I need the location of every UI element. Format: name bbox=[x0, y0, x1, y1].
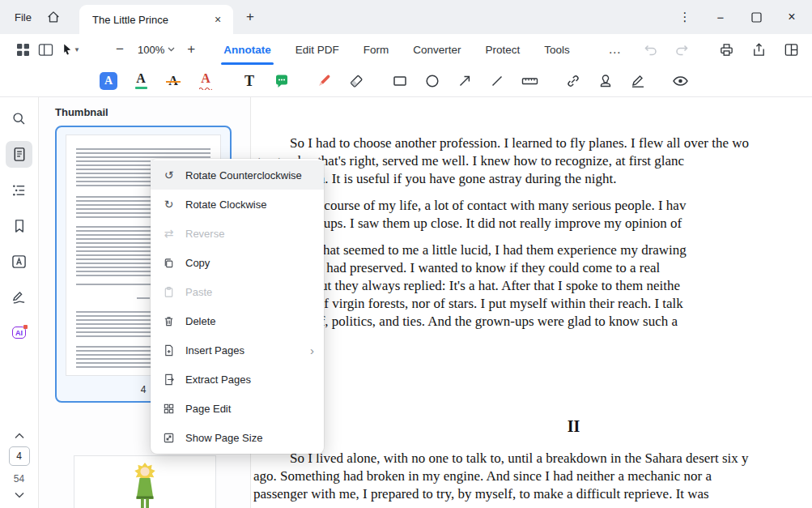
kebab-menu-button[interactable]: ⋮ bbox=[673, 0, 697, 34]
menu-item-extract-pages[interactable]: Extract Pages bbox=[151, 365, 324, 394]
underline-tool-button[interactable]: A bbox=[130, 70, 152, 92]
maximize-button[interactable] bbox=[744, 0, 768, 34]
pencil-tool-button[interactable] bbox=[312, 70, 335, 92]
eraser-tool-button[interactable] bbox=[345, 70, 368, 92]
menu-item-paste: Paste bbox=[151, 277, 324, 306]
tab-form[interactable]: Form bbox=[363, 34, 389, 65]
stamp-tool-button[interactable] bbox=[594, 70, 617, 92]
insert-pages-icon bbox=[162, 344, 176, 356]
zoom-in-button[interactable]: + bbox=[180, 38, 202, 61]
highlight-icon: A bbox=[100, 72, 117, 90]
strikethrough-tool-button[interactable]: A bbox=[162, 70, 185, 92]
rectangle-tool-button[interactable] bbox=[389, 70, 411, 92]
cursor-icon bbox=[61, 43, 73, 56]
main-toolbar: ▼ − 100% + Annotate Edit PDF Form Conver… bbox=[0, 34, 812, 65]
menu-item-label: Rotate Clockwise bbox=[185, 199, 314, 211]
export-icon bbox=[751, 42, 767, 58]
menu-item-show-page-size[interactable]: Show Page Size bbox=[151, 423, 324, 452]
document-text-line: rictors, nor of virgin forests, nor of s… bbox=[251, 295, 812, 313]
document-text-line: So I lived alone, with no one to talk to… bbox=[251, 450, 812, 467]
outline-panel-button[interactable] bbox=[6, 177, 32, 203]
ellipse-tool-button[interactable] bbox=[421, 70, 444, 92]
menu-item-page-edit[interactable]: Page Edit bbox=[151, 394, 324, 423]
copy-icon bbox=[162, 257, 176, 269]
menu-item-rotate-clockwise[interactable]: ↻ Rotate Clockwise bbox=[151, 190, 324, 219]
eye-icon bbox=[672, 73, 689, 89]
home-button[interactable] bbox=[41, 5, 66, 29]
export-button[interactable] bbox=[747, 38, 770, 61]
menu-item-rotate-counterclockwise[interactable]: ↺ Rotate Counterclockwise bbox=[151, 160, 324, 190]
menu-item-label: Extract Pages bbox=[185, 374, 314, 386]
tab-annotate[interactable]: Annotate bbox=[223, 34, 271, 65]
document-text-line: er 1, which I had preserved. I wanted to… bbox=[251, 259, 812, 277]
document-text-line: n I met one that seemed to me a little l… bbox=[251, 241, 812, 259]
comment-bubble-icon bbox=[274, 73, 290, 89]
rotate-cw-icon: ↻ bbox=[162, 198, 176, 211]
minimize-button[interactable]: − bbox=[708, 0, 733, 34]
quick-tools-button[interactable] bbox=[11, 38, 34, 61]
home-icon bbox=[46, 10, 61, 24]
current-page-input[interactable]: 4 bbox=[9, 446, 30, 466]
line-icon bbox=[489, 73, 505, 89]
search-icon bbox=[11, 111, 27, 126]
show-annotations-button[interactable] bbox=[669, 70, 691, 92]
paste-icon bbox=[162, 286, 176, 298]
menu-item-delete[interactable]: Delete bbox=[151, 306, 324, 335]
circle-icon bbox=[424, 73, 440, 89]
highlight-tool-button[interactable]: A bbox=[97, 70, 120, 92]
comment-tool-button[interactable] bbox=[270, 70, 293, 92]
menu-item-label: Insert Pages bbox=[185, 344, 300, 356]
little-prince-illustration bbox=[124, 461, 166, 508]
zoom-dropdown-button[interactable] bbox=[168, 47, 175, 52]
tab-protect[interactable]: Protect bbox=[486, 34, 521, 65]
menu-item-label: Delete bbox=[185, 315, 314, 327]
undo-button[interactable] bbox=[640, 38, 662, 61]
menu-item-insert-pages[interactable]: Insert Pages › bbox=[151, 335, 324, 365]
chevron-up-icon[interactable] bbox=[15, 433, 24, 439]
text-comment-tool-button[interactable]: T bbox=[238, 70, 261, 92]
panel-toggle-button[interactable] bbox=[34, 38, 57, 61]
chevron-down-icon[interactable] bbox=[15, 492, 24, 498]
new-tab-button[interactable]: + bbox=[240, 7, 260, 27]
link-tool-button[interactable] bbox=[562, 70, 585, 92]
signature-tool-button[interactable] bbox=[627, 70, 649, 92]
document-tab[interactable]: The Little Prince × bbox=[79, 5, 233, 34]
menu-item-label: Reverse bbox=[185, 228, 314, 240]
zoom-level[interactable]: 100% bbox=[138, 44, 164, 56]
page-thumbnail-next[interactable] bbox=[74, 456, 215, 508]
thumbnail-panel-button[interactable] bbox=[6, 141, 32, 168]
toolbar-right-group bbox=[715, 38, 812, 61]
thumbnail-context-menu: ↺ Rotate Counterclockwise ↻ Rotate Clock… bbox=[151, 159, 324, 454]
line-tool-button[interactable] bbox=[486, 70, 508, 92]
ai-panel-button[interactable]: AI bbox=[6, 319, 32, 346]
document-text-line: rstanding. But they always replied: It's… bbox=[251, 277, 812, 295]
search-button[interactable] bbox=[6, 105, 32, 132]
squiggly-tool-button[interactable]: A bbox=[194, 70, 217, 92]
document-text-line: passenger with me, I prepared to try, by… bbox=[251, 485, 812, 503]
tab-edit-pdf[interactable]: Edit PDF bbox=[295, 34, 339, 65]
window-close-button[interactable]: × bbox=[780, 0, 804, 34]
left-icon-rail: AI 4 54 bbox=[0, 97, 39, 508]
file-menu[interactable]: File bbox=[0, 11, 41, 23]
stamp-icon bbox=[597, 73, 614, 89]
menu-item-label: Show Page Size bbox=[185, 432, 314, 444]
signature-icon bbox=[11, 290, 27, 305]
annotation-panel-button[interactable] bbox=[6, 248, 32, 275]
arrow-tool-button[interactable] bbox=[453, 70, 476, 92]
more-tabs-button[interactable]: … bbox=[604, 38, 627, 61]
tab-tools[interactable]: Tools bbox=[544, 34, 570, 65]
measure-tool-button[interactable] bbox=[518, 70, 541, 92]
page-layout-button[interactable] bbox=[780, 38, 802, 61]
select-tool-button[interactable]: ▼ bbox=[57, 38, 84, 61]
outline-list-icon bbox=[11, 183, 27, 198]
redo-button[interactable] bbox=[670, 38, 693, 61]
side-panel-icon bbox=[38, 43, 53, 57]
document-viewport[interactable]: So I had to choose another profession. I… bbox=[251, 97, 812, 508]
tab-close-button[interactable]: × bbox=[209, 11, 227, 28]
signature-panel-button[interactable] bbox=[6, 284, 32, 310]
tab-converter[interactable]: Converter bbox=[413, 34, 461, 65]
print-button[interactable] bbox=[715, 38, 738, 61]
bookmark-panel-button[interactable] bbox=[6, 212, 32, 239]
menu-item-copy[interactable]: Copy bbox=[151, 248, 324, 277]
zoom-out-button[interactable]: − bbox=[108, 38, 131, 61]
